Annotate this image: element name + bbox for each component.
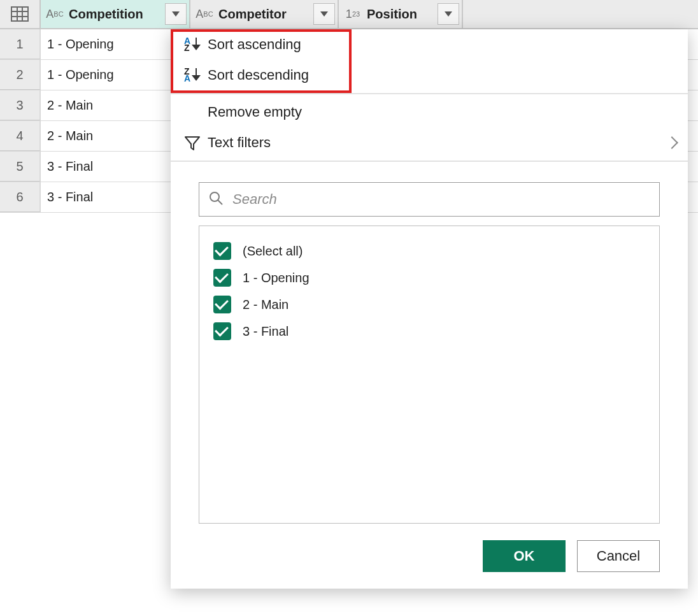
filter-value-item[interactable]: 2 - Main: [213, 291, 645, 318]
search-box[interactable]: [199, 182, 660, 217]
checkbox-checked-icon[interactable]: [213, 242, 231, 260]
menu-label: Remove empty: [208, 104, 676, 120]
table-icon: [11, 6, 29, 22]
filter-value-item[interactable]: 1 - Opening: [213, 264, 645, 291]
checkbox-label: 2 - Main: [243, 297, 288, 312]
sort-ascending-icon: AZ: [177, 38, 208, 52]
row-number: 6: [0, 182, 41, 212]
checkbox-label: 1 - Opening: [243, 271, 310, 285]
menu-label: Sort ascending: [208, 36, 676, 53]
row-number: 5: [0, 152, 41, 182]
checkbox-checked-icon[interactable]: [213, 296, 231, 313]
cancel-button[interactable]: Cancel: [577, 540, 660, 572]
remove-empty-item[interactable]: Remove empty: [171, 97, 688, 127]
text-type-icon: ABC: [190, 8, 218, 21]
button-label: OK: [514, 548, 535, 564]
menu-label: Text filters: [208, 134, 667, 151]
sort-descending-item[interactable]: ZA Sort descending: [171, 60, 688, 90]
cell-competition[interactable]: 2 - Main: [41, 121, 190, 151]
column-header-row: ABC Competition ABC Competitor 123 Posit…: [0, 0, 698, 29]
row-number: 3: [0, 90, 41, 120]
checkbox-checked-icon[interactable]: [213, 269, 231, 287]
menu-separator: [171, 161, 688, 162]
checkbox-label: 3 - Final: [243, 324, 288, 339]
filter-value-item[interactable]: 3 - Final: [213, 318, 645, 345]
table-corner-cell[interactable]: [0, 0, 41, 28]
sort-descending-icon: ZA: [177, 68, 208, 82]
filter-dropdown-button[interactable]: [313, 3, 335, 25]
row-number: 2: [0, 60, 41, 90]
checkbox-label: (Select all): [243, 244, 303, 259]
column-header-competition[interactable]: ABC Competition: [41, 0, 190, 28]
column-name: Position: [367, 7, 438, 22]
column-header-competitor[interactable]: ABC Competitor: [190, 0, 339, 28]
menu-separator: [171, 93, 688, 94]
menu-label: Sort descending: [208, 67, 676, 83]
row-number: 4: [0, 121, 41, 151]
cell-competition[interactable]: 3 - Final: [41, 182, 190, 212]
cell-competition[interactable]: 1 - Opening: [41, 29, 190, 59]
filter-dropdown-panel: AZ Sort ascending ZA Sort descending Rem…: [171, 29, 688, 589]
filter-dropdown-button[interactable]: [165, 3, 187, 25]
number-type-icon: 123: [339, 8, 367, 21]
ok-button[interactable]: OK: [483, 540, 566, 572]
dropdown-triangle-icon: [320, 11, 328, 17]
svg-point-5: [210, 192, 219, 201]
row-number: 1: [0, 29, 41, 59]
column-header-position[interactable]: 123 Position: [339, 0, 463, 28]
dropdown-triangle-icon: [172, 11, 180, 17]
dropdown-footer: OK Cancel: [171, 535, 688, 589]
filter-values-list: (Select all) 1 - Opening 2 - Main 3 - Fi…: [199, 226, 660, 524]
checkbox-checked-icon[interactable]: [213, 322, 231, 340]
cell-competition[interactable]: 1 - Opening: [41, 60, 190, 90]
column-name: Competitor: [218, 7, 313, 22]
button-label: Cancel: [597, 548, 640, 564]
search-input[interactable]: [231, 190, 650, 208]
cell-competition[interactable]: 3 - Final: [41, 152, 190, 182]
filter-body: (Select all) 1 - Opening 2 - Main 3 - Fi…: [171, 164, 688, 535]
sort-ascending-item[interactable]: AZ Sort ascending: [171, 29, 688, 60]
search-icon: [208, 190, 224, 209]
svg-line-6: [218, 200, 222, 204]
funnel-icon: [177, 134, 208, 152]
text-filters-item[interactable]: Text filters: [171, 127, 688, 158]
cell-competition[interactable]: 2 - Main: [41, 90, 190, 120]
text-type-icon: ABC: [41, 8, 69, 21]
column-name: Competition: [69, 7, 165, 22]
svg-rect-0: [11, 7, 28, 21]
filter-dropdown-button[interactable]: [438, 3, 459, 25]
dropdown-triangle-icon: [445, 11, 452, 17]
chevron-right-icon: [666, 136, 678, 149]
select-all-item[interactable]: (Select all): [213, 238, 645, 264]
